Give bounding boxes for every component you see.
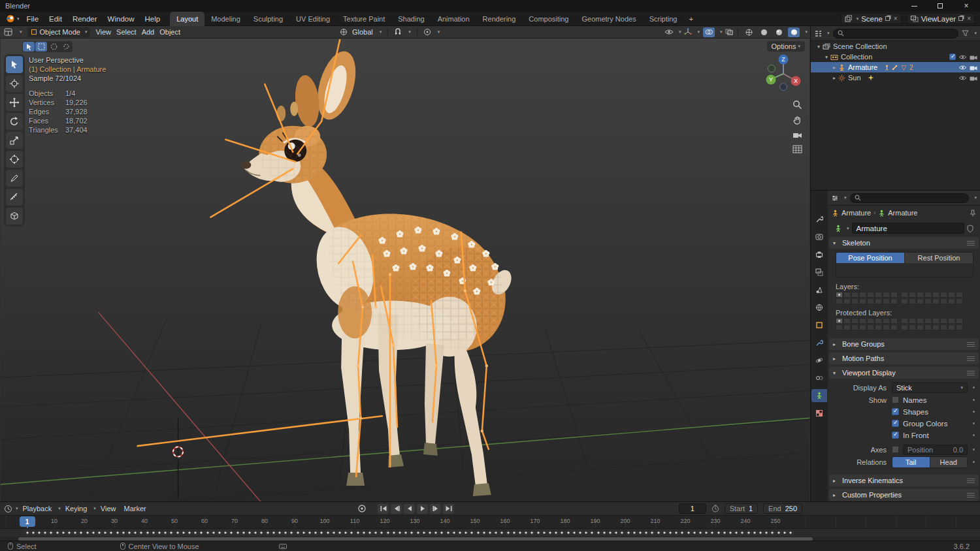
timeline-tick[interactable]: 80 [261, 518, 268, 524]
layer-toggle[interactable] [940, 298, 947, 304]
play-button[interactable] [417, 504, 428, 514]
keyframe-diamond[interactable] [620, 530, 625, 535]
tab-texture-icon[interactable] [811, 407, 827, 420]
close-button[interactable]: × [962, 2, 971, 10]
keyframe-diamond[interactable] [344, 530, 348, 535]
keyframe-diamond[interactable] [668, 530, 672, 535]
tool-rotate[interactable] [6, 113, 23, 130]
keyframe-diamond[interactable] [506, 530, 510, 535]
add-workspace-button[interactable]: + [683, 15, 698, 23]
visibility-icon[interactable] [664, 29, 674, 35]
layer-toggle[interactable] [836, 318, 843, 324]
workspace-tab[interactable]: Geometry Nodes [575, 12, 642, 26]
layer-toggle[interactable] [851, 298, 858, 304]
expand-arrow-icon[interactable]: ▸ [830, 75, 838, 81]
layer-toggle[interactable] [851, 318, 858, 324]
tab-object-data-icon[interactable] [811, 389, 827, 402]
layer-toggle[interactable] [932, 318, 939, 324]
timeline-tick[interactable]: 120 [380, 518, 389, 524]
keyframe-diamond[interactable] [476, 530, 480, 535]
layer-toggle[interactable] [867, 292, 874, 298]
layer-toggle[interactable] [940, 324, 947, 330]
select-lasso-icon[interactable] [60, 42, 72, 52]
layer-toggle[interactable] [924, 318, 932, 324]
menu-view[interactable]: View [95, 28, 111, 36]
timeline-tick[interactable]: 30 [111, 518, 118, 524]
layer-toggle[interactable] [843, 298, 851, 304]
keyframe-diamond[interactable] [421, 530, 426, 535]
keyframe-diamond[interactable] [361, 530, 366, 535]
keyframe-diamond[interactable] [181, 530, 186, 535]
keyframe-diamond[interactable] [656, 530, 661, 535]
tool-measure[interactable] [6, 189, 23, 206]
layer-toggle[interactable] [948, 318, 955, 324]
eye-icon[interactable] [958, 75, 967, 81]
outliner-row-collection[interactable]: ▾ Collection [811, 52, 980, 62]
layer-toggle[interactable] [890, 298, 898, 304]
panel-drag-handle-icon[interactable] [967, 479, 975, 483]
layer-toggle[interactable] [843, 318, 851, 324]
layer-toggle[interactable] [901, 298, 908, 304]
panel-custom-properties-header[interactable]: ▸ Custom Properties [829, 489, 979, 501]
keyframe-diamond[interactable] [217, 530, 221, 535]
workspace-tab[interactable]: Animation [431, 12, 476, 26]
keyframe-diamond[interactable] [632, 530, 636, 535]
keyframe-diamond[interactable] [500, 530, 504, 535]
layer-toggle[interactable] [917, 318, 924, 324]
keyframe-diamond[interactable] [596, 530, 600, 535]
properties-search-input[interactable] [850, 193, 970, 203]
timeline-tick[interactable]: 200 [620, 518, 630, 524]
properties-editor-icon[interactable] [831, 195, 839, 202]
layer-toggle[interactable] [875, 292, 882, 298]
layer-toggle[interactable] [956, 324, 963, 330]
animate-dot[interactable] [973, 461, 975, 463]
pan-hand-icon[interactable] [792, 116, 802, 125]
layer-toggle[interactable] [917, 292, 924, 298]
layer-toggle[interactable] [901, 292, 908, 298]
layer-toggle[interactable] [836, 324, 843, 330]
timeline-tick[interactable]: 10 [51, 518, 57, 524]
keyframe-diamond[interactable] [788, 530, 792, 535]
menu-view[interactable]: View [97, 505, 120, 512]
keyframe-diamond[interactable] [127, 530, 131, 535]
keyframe-diamond[interactable] [235, 530, 240, 535]
outliner-editor-icon[interactable] [814, 30, 822, 37]
grid-toggle-icon[interactable] [792, 145, 802, 153]
layer-toggle[interactable] [875, 324, 882, 330]
layer-toggle[interactable] [867, 298, 874, 304]
layer-toggle[interactable] [956, 298, 963, 304]
keyframe-diamond[interactable] [139, 530, 144, 535]
timeline-tick[interactable]: 50 [171, 518, 178, 524]
remove-view-layer-icon[interactable]: × [967, 15, 971, 22]
unlink-scene-icon[interactable]: × [894, 15, 898, 22]
render-camera-icon[interactable] [970, 65, 977, 71]
keyframe-diamond[interactable] [55, 530, 59, 535]
keyframe-diamond[interactable] [121, 530, 125, 535]
layer-toggle[interactable] [859, 324, 866, 330]
workspace-tab[interactable]: Compositing [522, 12, 575, 26]
shading-rendered-icon[interactable] [788, 27, 800, 37]
keyframe-diamond[interactable] [404, 530, 408, 535]
workspace-tab[interactable]: Texture Paint [336, 12, 391, 26]
play-reverse-button[interactable] [404, 504, 415, 514]
select-tweak-icon[interactable] [23, 42, 35, 52]
tool-scale[interactable] [6, 132, 23, 149]
menu-window[interactable]: Window [103, 14, 139, 24]
layer-toggle[interactable] [948, 292, 955, 298]
gizmos-toggle-icon[interactable] [684, 28, 692, 36]
keyframe-diamond[interactable] [380, 530, 384, 535]
keyframe-diamond[interactable] [440, 530, 444, 535]
tool-cursor[interactable] [6, 75, 23, 92]
layer-toggle[interactable] [890, 292, 898, 298]
axes-checkbox[interactable] [892, 446, 899, 453]
timeline-playhead[interactable]: 1 [20, 516, 35, 527]
keyframe-diamond[interactable] [482, 530, 486, 535]
pose-data-icon[interactable] [884, 65, 890, 71]
keyframe-diamond[interactable] [614, 530, 619, 535]
auto-key-record-icon[interactable] [357, 504, 367, 513]
workspace-tab[interactable]: Layout [170, 12, 204, 26]
panel-inverse-kinematics-header[interactable]: ▸ Inverse Kinematics [829, 475, 979, 486]
minimize-button[interactable] [909, 2, 919, 10]
keyframe-diamond[interactable] [451, 530, 456, 535]
layer-toggle[interactable] [909, 318, 916, 324]
